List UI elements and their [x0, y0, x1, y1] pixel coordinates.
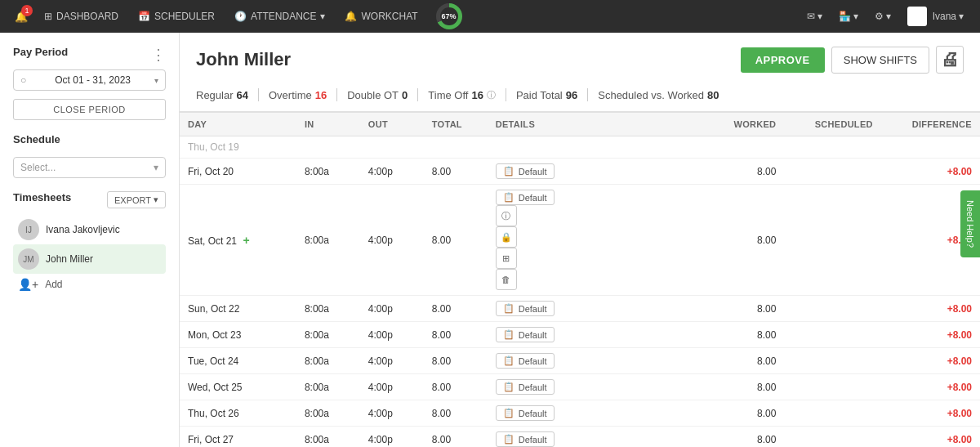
- cell-day: Sun, Oct 22: [180, 296, 296, 322]
- detail-chip: 📋 Default: [496, 163, 555, 179]
- print-button[interactable]: 🖨: [936, 46, 964, 74]
- summary-bar: Regular 64 Overtime 16 Double OT 0 Time …: [180, 82, 980, 112]
- cell-out: 4:00p: [360, 427, 424, 448]
- settings-chevron-icon: ▾: [886, 11, 891, 22]
- timesheets-title: Timesheets: [13, 191, 71, 203]
- detail-chip: 📋 Default: [496, 405, 555, 421]
- double-ot-label: Double OT: [347, 89, 399, 101]
- settings-button[interactable]: ⚙ ▾: [868, 11, 898, 22]
- pay-period-header: Pay Period ⋮: [13, 46, 166, 63]
- cell-scheduled: [784, 348, 880, 374]
- workchat-icon: 🔔: [345, 11, 357, 22]
- nav-dashboard[interactable]: ⊞ DASHBOARD: [36, 0, 127, 33]
- chip-label: Default: [519, 330, 547, 340]
- schedule-placeholder: Select...: [20, 162, 56, 173]
- add-shift-btn[interactable]: +: [243, 234, 249, 247]
- cell-diff: +8.00: [881, 400, 980, 427]
- cell-out: 4:00p: [360, 159, 424, 185]
- sched-vs-worked-label: Scheduled vs. Worked: [598, 89, 704, 101]
- cell-total: 8.00: [424, 400, 488, 427]
- cell-details: [488, 136, 700, 159]
- period-chevron-icon: ▾: [154, 76, 158, 85]
- chip-label: Default: [519, 167, 547, 177]
- detail-chip: 📋 Default: [496, 379, 555, 395]
- need-help-tab[interactable]: Need Help?: [960, 190, 980, 257]
- cell-details: 📋 Default: [488, 322, 700, 348]
- person-john[interactable]: JM John Miller: [13, 244, 166, 274]
- cell-worked: 8.00: [699, 374, 784, 400]
- close-period-button[interactable]: CLOSE PERIOD: [13, 99, 166, 120]
- action-copy-btn[interactable]: ⊞: [496, 248, 517, 269]
- table-row: Wed, Oct 25 8:00a 4:00p 8.00 📋 Default 8…: [180, 374, 980, 400]
- approve-button[interactable]: APPROVE: [741, 47, 825, 73]
- action-info-btn[interactable]: ⓘ: [496, 205, 517, 226]
- schedule-select[interactable]: Select... ▾: [13, 157, 166, 178]
- nav-scheduler[interactable]: 📅 SCHEDULER: [130, 0, 223, 33]
- pay-period-menu[interactable]: ⋮: [151, 47, 166, 62]
- period-date-range: Oct 01 - 31, 2023: [55, 74, 131, 86]
- time-off-label: Time Off: [428, 89, 468, 101]
- cell-in: 8:00a: [296, 400, 360, 427]
- col-day: DAY: [180, 113, 296, 136]
- user-menu[interactable]: Ivana ▾: [901, 7, 970, 26]
- action-lock-btn[interactable]: 🔒: [496, 226, 517, 248]
- cell-scheduled: [784, 400, 880, 427]
- cell-day: Mon, Oct 23: [180, 322, 296, 348]
- user-chevron-icon: ▾: [959, 11, 964, 22]
- cell-details: 📋 Default: [488, 348, 700, 374]
- overtime-value: 16: [315, 89, 327, 101]
- user-name: Ivana: [933, 11, 956, 22]
- scheduler-icon: 📅: [138, 11, 150, 22]
- cell-total: 8.00: [424, 185, 488, 296]
- cell-total: [424, 136, 488, 159]
- employee-name: John Miller: [196, 49, 291, 70]
- col-difference: DIFFERENCE: [881, 113, 980, 136]
- timesheets-section: Timesheets EXPORT ▾ IJ Ivana Jakovljevic…: [13, 191, 166, 295]
- action-delete-btn[interactable]: 🗑: [496, 269, 517, 290]
- cell-total: 8.00: [424, 322, 488, 348]
- store-button[interactable]: 🏪 ▾: [832, 11, 865, 22]
- table-row: Sat, Oct 21 + 8:00a 4:00p 8.00 📋 Default…: [180, 185, 980, 296]
- cell-details: 📋 Default ⓘ 🔒 ⊞ 🗑: [488, 185, 700, 296]
- notification-bell[interactable]: 🔔 1: [10, 5, 33, 28]
- nav-workchat[interactable]: 🔔 WORKCHAT: [336, 0, 425, 33]
- progress-indicator: 67%: [436, 3, 462, 29]
- cell-out: 4:00p: [360, 374, 424, 400]
- nav-attendance[interactable]: 🕐 ATTENDANCE ▾: [226, 0, 333, 33]
- show-shifts-button[interactable]: SHOW SHIFTS: [831, 47, 929, 74]
- mail-button[interactable]: ✉ ▾: [800, 11, 829, 22]
- chip-calendar-icon: 📋: [503, 382, 514, 392]
- summary-paid-total: Paid Total 96: [516, 89, 577, 101]
- print-icon: 🖨: [941, 49, 959, 70]
- divider-5: [587, 88, 588, 101]
- person-ivana[interactable]: IJ Ivana Jakovljevic: [13, 215, 166, 244]
- chip-calendar-icon: 📋: [503, 329, 514, 340]
- time-off-info-icon[interactable]: ⓘ: [487, 89, 496, 101]
- chip-label: Default: [519, 193, 547, 203]
- pay-period-select[interactable]: ○ Oct 01 - 31, 2023 ▾: [13, 69, 166, 91]
- gear-icon: ⚙: [875, 11, 884, 22]
- cell-diff: +8.00: [881, 322, 980, 348]
- double-ot-value: 0: [402, 89, 408, 101]
- store-chevron-icon: ▾: [853, 11, 858, 22]
- sidebar: Pay Period ⋮ ○ Oct 01 - 31, 2023 ▾ CLOSE…: [0, 33, 180, 447]
- cell-total: 8.00: [424, 427, 488, 448]
- chip-label: Default: [519, 304, 547, 314]
- summary-regular: Regular 64: [196, 89, 248, 101]
- detail-chip: 📋 Default: [496, 431, 555, 447]
- chip-calendar-icon: 📋: [503, 192, 514, 203]
- cell-in: [296, 136, 360, 159]
- attendance-icon: 🕐: [234, 11, 247, 22]
- avatar-ivana: IJ: [18, 219, 39, 240]
- cell-day: Fri, Oct 20: [180, 159, 296, 185]
- cell-worked: 8.00: [699, 427, 784, 448]
- regular-label: Regular: [196, 89, 234, 101]
- cell-in: 8:00a: [296, 322, 360, 348]
- col-scheduled: SCHEDULED: [784, 113, 880, 136]
- add-person-button[interactable]: 👤+ Add: [13, 274, 166, 295]
- cell-day: Tue, Oct 24: [180, 348, 296, 374]
- export-button[interactable]: EXPORT ▾: [107, 191, 166, 208]
- store-icon: 🏪: [839, 11, 851, 22]
- cell-out: 4:00p: [360, 322, 424, 348]
- divider-2: [336, 88, 337, 101]
